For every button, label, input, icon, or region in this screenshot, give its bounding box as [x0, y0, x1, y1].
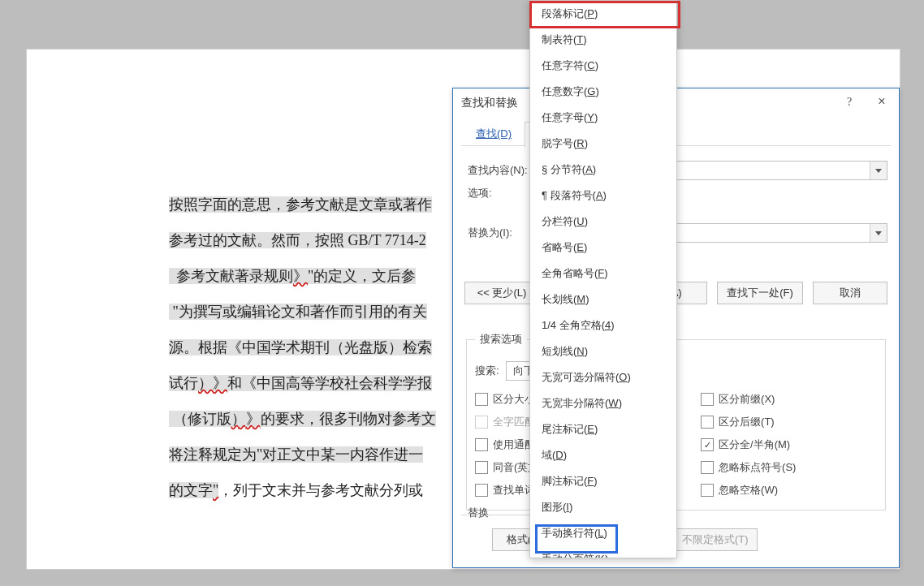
- menuitem-9[interactable]: 省略号(E): [530, 235, 676, 261]
- options-label: 选项:: [468, 186, 533, 200]
- replace-section-label: 替换: [468, 506, 489, 520]
- menuitem-16[interactable]: 尾注标记(E): [530, 416, 676, 442]
- app-stage: 按照字面的意思，参考文献是文章或著作 参考过的文献。然而，按照 GB/T 771…: [0, 0, 924, 586]
- menuitem-5[interactable]: 脱字号(R): [530, 131, 676, 157]
- menuitem-8[interactable]: 分栏符(U): [530, 209, 676, 235]
- find-what-label: 查找内容(N):: [468, 163, 533, 178]
- menuitem-0[interactable]: 段落标记(P): [530, 1, 676, 27]
- menuitem-21[interactable]: 手动分页符(K): [530, 546, 676, 558]
- menuitem-15[interactable]: 无宽非分隔符(W): [530, 390, 676, 416]
- document-selection: 按照字面的意思，参考文献是文章或著作 参考过的文献。然而，按照 GB/T 771…: [169, 151, 473, 544]
- close-button[interactable]: ×: [868, 88, 896, 116]
- special-format-menu[interactable]: 段落标记(P)制表符(T)任意字符(C)任意数字(G)任意字母(Y)脱字号(R)…: [529, 0, 677, 558]
- no-format-button: 不限定格式(T): [673, 528, 758, 551]
- menuitem-14[interactable]: 无宽可选分隔符(O): [530, 364, 676, 390]
- menuitem-19[interactable]: 图形(I): [530, 494, 676, 520]
- menuitem-17[interactable]: 域(D): [530, 442, 676, 468]
- help-button[interactable]: ?: [835, 88, 863, 116]
- menuitem-11[interactable]: 长划线(M): [530, 287, 676, 312]
- menuitem-10[interactable]: 全角省略号(F): [530, 261, 676, 287]
- menuitem-2[interactable]: 任意字符(C): [530, 53, 676, 79]
- menuitem-18[interactable]: 脚注标记(F): [530, 468, 676, 494]
- ignore-punct-checkbox[interactable]: 忽略标点符号(S): [701, 460, 893, 475]
- prefix-checkbox[interactable]: 区分前缀(X): [701, 392, 893, 407]
- find-next-button[interactable]: 查找下一处(F): [717, 282, 803, 304]
- suffix-checkbox[interactable]: 区分后缀(T): [701, 415, 893, 429]
- cancel-button[interactable]: 取消: [813, 282, 887, 304]
- menuitem-6[interactable]: § 分节符(A): [530, 157, 676, 183]
- menuitem-12[interactable]: 1/4 全角空格(4): [530, 312, 676, 338]
- menuitem-20[interactable]: 手动换行符(L): [530, 520, 676, 546]
- replace-with-label: 替换为(I):: [468, 226, 533, 240]
- full-half-width-checkbox[interactable]: 区分全/半角(M): [701, 437, 893, 452]
- replace-with-dropdown-icon[interactable]: [870, 224, 887, 242]
- find-what-dropdown-icon[interactable]: [870, 162, 887, 179]
- search-direction-label: 搜索:: [475, 364, 499, 378]
- menuitem-7[interactable]: ¶ 段落符号(A): [530, 183, 676, 209]
- menuitem-13[interactable]: 短划线(N): [530, 338, 676, 364]
- ignore-space-checkbox[interactable]: 忽略空格(W): [701, 483, 893, 498]
- less-button[interactable]: << 更少(L): [464, 282, 539, 304]
- tab-find[interactable]: 查找(D): [466, 122, 521, 146]
- search-options-legend: 搜索选项: [475, 332, 527, 347]
- menuitem-3[interactable]: 任意数字(G): [530, 79, 676, 105]
- menuitem-4[interactable]: 任意字母(Y): [530, 105, 676, 131]
- menuitem-1[interactable]: 制表符(T): [530, 27, 676, 53]
